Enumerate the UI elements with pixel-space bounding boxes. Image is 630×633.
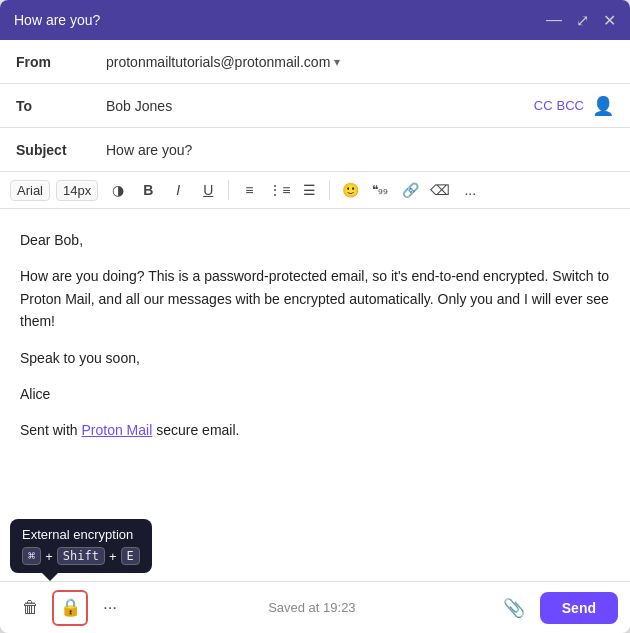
tooltip-shortcut: ⌘ + Shift + E — [22, 547, 140, 565]
from-address: protonmailtutorials@protonmail.com — [106, 54, 330, 70]
proton-mail-link[interactable]: Proton Mail — [81, 422, 152, 438]
bcc-button[interactable]: BCC — [557, 98, 584, 113]
emoji-button[interactable]: 🙂 — [336, 176, 364, 204]
saved-status: Saved at 19:23 — [128, 600, 496, 615]
font-size-selector[interactable]: 14px — [56, 180, 98, 201]
salutation: Dear Bob, — [20, 229, 610, 251]
to-label: To — [16, 98, 106, 114]
font-selector[interactable]: Arial — [10, 180, 50, 201]
minimize-button[interactable]: — — [546, 11, 562, 29]
e-key: E — [121, 547, 140, 565]
chevron-down-icon: ▾ — [334, 55, 340, 69]
signature-name: Alice — [20, 383, 610, 405]
from-label: From — [16, 54, 106, 70]
compose-window: How are you? — ⤢ ✕ From protonmailtutori… — [0, 0, 630, 633]
cc-button[interactable]: CC — [534, 98, 553, 113]
delete-button[interactable]: 🗑 — [12, 590, 48, 626]
tooltip-title: External encryption — [22, 527, 140, 542]
cmd-key: ⌘ — [22, 547, 41, 565]
external-encryption-tooltip: External encryption ⌘ + Shift + E — [10, 519, 152, 573]
tooltip-arrow — [42, 573, 58, 581]
subject-row: Subject How are you? — [0, 128, 630, 172]
close-button[interactable]: ✕ — [603, 11, 616, 30]
sent-with-post: secure email. — [152, 422, 239, 438]
tooltip-container: External encryption ⌘ + Shift + E — [10, 519, 152, 573]
to-name: Bob Jones — [106, 98, 534, 114]
window-controls: — ⤢ ✕ — [546, 11, 616, 30]
maximize-button[interactable]: ⤢ — [576, 11, 589, 30]
encryption-lock-button[interactable]: 🔒 — [52, 590, 88, 626]
to-value: Bob Jones CC BCC 👤 — [106, 95, 614, 117]
toolbar-divider — [228, 180, 229, 200]
closing: Speak to you soon, — [20, 347, 610, 369]
quote-button[interactable]: ❝₉₉ — [366, 176, 394, 204]
to-row: To Bob Jones CC BCC 👤 — [0, 84, 630, 128]
cc-bcc-buttons: CC BCC — [534, 98, 584, 113]
add-contact-icon[interactable]: 👤 — [592, 95, 614, 117]
attach-button[interactable]: 📎 — [496, 590, 532, 626]
underline-button[interactable]: U — [194, 176, 222, 204]
subject-label: Subject — [16, 142, 106, 158]
toolbar-divider2 — [329, 180, 330, 200]
to-row-inner: Bob Jones CC BCC 👤 — [106, 95, 614, 117]
sent-with-pre: Sent with — [20, 422, 81, 438]
plus-sign: + — [45, 549, 53, 564]
send-button[interactable]: Send — [540, 592, 618, 624]
bold-button[interactable]: B — [134, 176, 162, 204]
shift-key: Shift — [57, 547, 105, 565]
sent-with: Sent with Proton Mail secure email. — [20, 419, 610, 441]
align-button[interactable]: ☰ — [295, 176, 323, 204]
bullet-list-button[interactable]: ≡ — [235, 176, 263, 204]
compose-body: From protonmailtutorials@protonmail.com … — [0, 40, 630, 633]
subject-text: How are you? — [106, 142, 192, 158]
body-paragraph: How are you doing? This is a password-pr… — [20, 265, 610, 332]
subject-value: How are you? — [106, 142, 614, 158]
ordered-list-button[interactable]: ⋮≡ — [265, 176, 293, 204]
window-title: How are you? — [14, 12, 100, 28]
from-dropdown[interactable]: protonmailtutorials@protonmail.com ▾ — [106, 54, 340, 70]
from-value: protonmailtutorials@protonmail.com ▾ — [106, 54, 614, 70]
from-row: From protonmailtutorials@protonmail.com … — [0, 40, 630, 84]
link-button[interactable]: 🔗 — [396, 176, 424, 204]
more-button[interactable]: ··· — [92, 590, 128, 626]
title-bar: How are you? — ⤢ ✕ — [0, 0, 630, 40]
formatting-toolbar: Arial 14px ◑ B I U ≡ ⋮≡ ☰ 🙂 ❝₉₉ 🔗 ⌫ ... — [0, 172, 630, 209]
plus-sign2: + — [109, 549, 117, 564]
bottom-left-actions: 🗑 🔒 ··· — [12, 590, 128, 626]
more-options-button[interactable]: ... — [456, 176, 484, 204]
contrast-button[interactable]: ◑ — [104, 176, 132, 204]
clear-format-button[interactable]: ⌫ — [426, 176, 454, 204]
italic-button[interactable]: I — [164, 176, 192, 204]
bottom-bar: External encryption ⌘ + Shift + E 🗑 🔒 ··… — [0, 581, 630, 633]
